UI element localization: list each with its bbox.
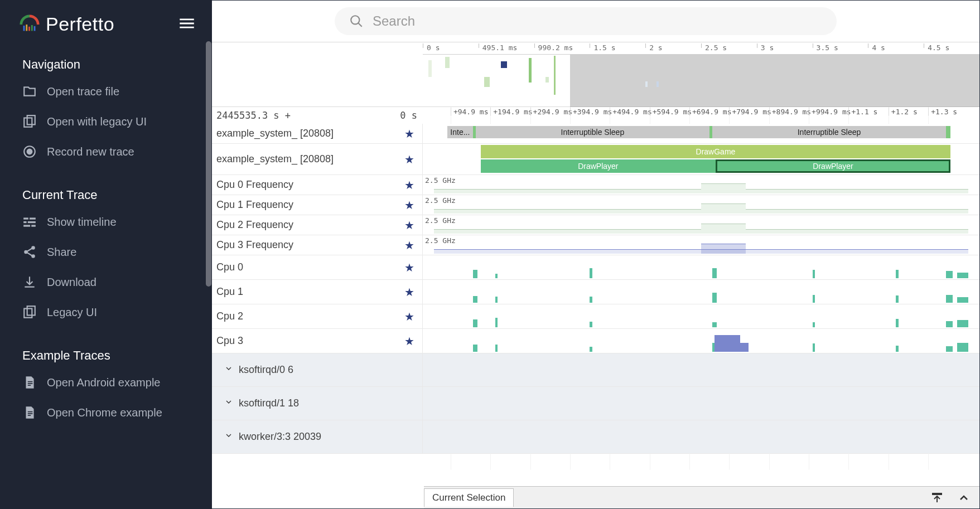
perfetto-logo-icon bbox=[19, 14, 40, 35]
star-icon[interactable]: ★ bbox=[404, 153, 414, 166]
track-body[interactable]: Inte...Interruptible SleepInterruptible … bbox=[423, 124, 979, 143]
tracks-panel[interactable]: example_system_ [20808]★Inte...Interrupt… bbox=[212, 124, 979, 508]
nav-section-current-trace: Current Trace Show timeline Share Downlo… bbox=[0, 177, 212, 327]
search-box[interactable] bbox=[335, 7, 837, 35]
star-icon[interactable]: ★ bbox=[404, 310, 414, 323]
hamburger-icon bbox=[177, 14, 196, 33]
track-header[interactable]: Cpu 1 Frequency★ bbox=[212, 195, 423, 215]
track-header[interactable]: Cpu 1★ bbox=[212, 280, 423, 304]
track-header[interactable]: kworker/3:3 20039 bbox=[212, 420, 423, 453]
section-title: Example Traces bbox=[0, 337, 212, 367]
track-body[interactable] bbox=[423, 420, 979, 453]
star-icon[interactable]: ★ bbox=[404, 198, 414, 212]
star-icon[interactable]: ★ bbox=[404, 285, 414, 299]
track-header[interactable]: Cpu 0★ bbox=[212, 255, 423, 279]
nav-download[interactable]: Download bbox=[0, 267, 212, 297]
track-header[interactable]: Cpu 0 Frequency★ bbox=[212, 175, 423, 195]
track-body[interactable] bbox=[423, 280, 979, 304]
slice[interactable]: Interruptible Sleep bbox=[476, 126, 709, 138]
sched-slice[interactable] bbox=[715, 335, 740, 352]
track-body[interactable]: 2.5 GHz bbox=[423, 175, 979, 195]
nav-label: Open with legacy UI bbox=[47, 115, 147, 128]
nav-label: Open trace file bbox=[47, 85, 119, 98]
svg-rect-24 bbox=[28, 413, 33, 414]
track-header[interactable]: ksoftirqd/0 6 bbox=[212, 353, 423, 386]
track-header[interactable]: example_system_ [20808]★ bbox=[212, 124, 423, 143]
nav-android-example[interactable]: Open Android example bbox=[0, 367, 212, 397]
sidebar-scrollbar[interactable] bbox=[205, 41, 212, 320]
axis-zero-label: 0 s bbox=[400, 110, 417, 121]
track-header[interactable]: ksoftirqd/1 18 bbox=[212, 387, 423, 420]
timeline-icon bbox=[22, 215, 37, 229]
search-input[interactable] bbox=[373, 13, 822, 29]
track-header[interactable]: Cpu 2 Frequency★ bbox=[212, 215, 423, 235]
star-icon[interactable]: ★ bbox=[404, 239, 414, 252]
star-icon[interactable]: ★ bbox=[404, 178, 414, 192]
slice[interactable]: Interruptible Sleep bbox=[712, 126, 946, 138]
chevron-down-icon bbox=[224, 431, 233, 440]
main-content: 0 s495.1 ms990.2 ms1.5 s2 s2.5 s3 s3.5 s… bbox=[212, 0, 980, 509]
sidebar: Perfetto Navigation Open trace file Open… bbox=[0, 0, 212, 509]
track-body[interactable]: 2.5 GHz bbox=[423, 215, 979, 235]
panel-to-top-icon[interactable] bbox=[930, 491, 944, 505]
track-body[interactable]: DrawGameDrawPlayerDrawPlayer bbox=[423, 144, 979, 174]
app-logo[interactable]: Perfetto bbox=[19, 13, 114, 35]
track-label: ksoftirqd/1 18 bbox=[239, 397, 299, 409]
nav-record-new-trace[interactable]: Record new trace bbox=[0, 137, 212, 167]
slice[interactable]: Inte... bbox=[447, 126, 473, 138]
nav-open-legacy-ui[interactable]: Open with legacy UI bbox=[0, 106, 212, 137]
axis-epoch-label: 2445535.3 s + bbox=[216, 110, 291, 121]
slice[interactable]: DrawPlayer bbox=[716, 159, 950, 173]
tab-current-selection[interactable]: Current Selection bbox=[424, 488, 514, 507]
svg-rect-11 bbox=[23, 221, 26, 223]
nav-open-trace-file[interactable]: Open trace file bbox=[0, 76, 212, 106]
star-icon[interactable]: ★ bbox=[404, 335, 414, 348]
svg-rect-12 bbox=[28, 221, 36, 223]
panel-expand-icon[interactable] bbox=[957, 491, 971, 505]
overview-body[interactable] bbox=[423, 55, 979, 107]
nav-label: Download bbox=[47, 276, 96, 289]
svg-rect-3 bbox=[31, 25, 33, 30]
track-header[interactable]: Cpu 2★ bbox=[212, 304, 423, 328]
slice[interactable]: DrawPlayer bbox=[481, 159, 716, 173]
star-icon[interactable]: ★ bbox=[404, 219, 414, 232]
track-header[interactable]: example_system_ [20808]★ bbox=[212, 144, 423, 174]
overview-timeline[interactable]: 0 s495.1 ms990.2 ms1.5 s2 s2.5 s3 s3.5 s… bbox=[212, 42, 979, 107]
track-label: Cpu 3 bbox=[216, 335, 243, 347]
nav-label: Show timeline bbox=[47, 216, 117, 229]
track-label: Cpu 1 bbox=[216, 286, 243, 298]
track-body[interactable] bbox=[423, 353, 979, 386]
menu-toggle-button[interactable] bbox=[177, 14, 196, 35]
track-label: Cpu 1 Frequency bbox=[216, 199, 293, 211]
track-label: Cpu 2 Frequency bbox=[216, 219, 293, 231]
slice[interactable] bbox=[946, 126, 950, 138]
track-body[interactable]: 2.5 GHz bbox=[423, 195, 979, 215]
track-header[interactable]: Cpu 3★ bbox=[212, 329, 423, 353]
nav-show-timeline[interactable]: Show timeline bbox=[0, 207, 212, 237]
track-body[interactable] bbox=[423, 387, 979, 420]
track-label: example_system_ [20808] bbox=[216, 153, 334, 165]
star-icon[interactable]: ★ bbox=[404, 261, 414, 274]
viewport-selection[interactable] bbox=[570, 55, 979, 107]
nav-label: Record new trace bbox=[47, 146, 134, 158]
track-body[interactable] bbox=[423, 255, 979, 279]
nav-legacy-ui-2[interactable]: Legacy UI bbox=[0, 297, 212, 327]
document-icon bbox=[22, 375, 37, 390]
svg-rect-20 bbox=[28, 381, 33, 382]
chevron-down-icon bbox=[224, 397, 233, 406]
slice[interactable]: DrawGame bbox=[481, 145, 950, 158]
track-body[interactable] bbox=[423, 329, 979, 353]
track-row: Cpu 2★ bbox=[212, 304, 979, 329]
track-label: example_system_ [20808] bbox=[216, 128, 334, 139]
svg-point-8 bbox=[27, 149, 33, 155]
track-label: ksoftirqd/0 6 bbox=[239, 364, 293, 376]
track-header[interactable]: Cpu 3 Frequency★ bbox=[212, 235, 423, 255]
svg-rect-4 bbox=[34, 26, 36, 31]
track-label: kworker/3:3 20039 bbox=[239, 431, 321, 443]
nav-chrome-example[interactable]: Open Chrome example bbox=[0, 397, 212, 428]
copy-icon bbox=[22, 305, 37, 319]
star-icon[interactable]: ★ bbox=[404, 127, 414, 140]
track-body[interactable]: 2.5 GHz bbox=[423, 235, 979, 255]
nav-share[interactable]: Share bbox=[0, 237, 212, 267]
track-body[interactable] bbox=[423, 304, 979, 328]
